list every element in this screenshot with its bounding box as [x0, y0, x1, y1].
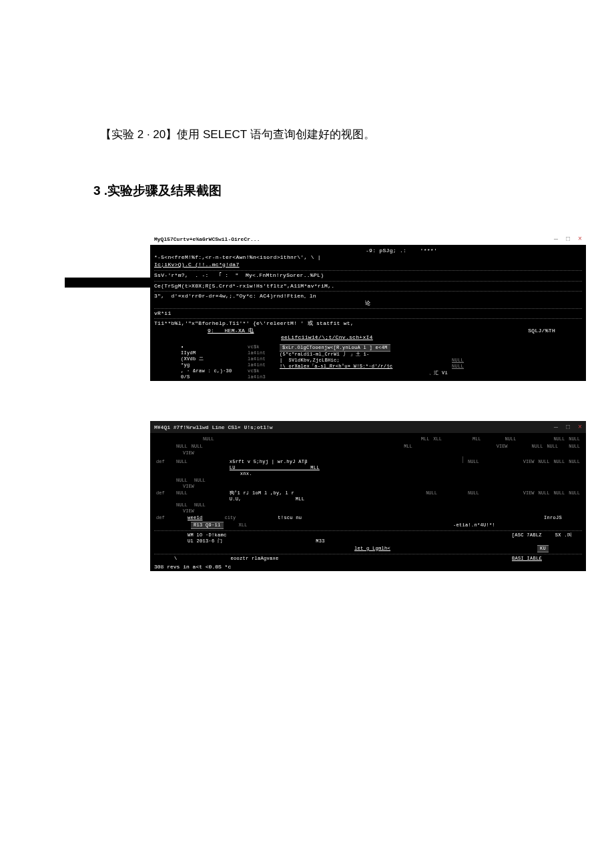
cell: NULL: [466, 490, 481, 497]
row-label: (XVdb 二: [181, 356, 248, 362]
def-label: def: [154, 514, 174, 522]
content-line: eooztr rlaAgvaxe: [231, 556, 279, 562]
term-line: -9: pSJg; .: '***': [154, 248, 582, 254]
cell: VIEW: [181, 450, 196, 456]
cell: XLL: [431, 436, 444, 443]
cell: NULL: [545, 443, 560, 450]
def-label: def: [154, 490, 174, 497]
section-number: 3: [93, 183, 101, 197]
minimize-icon[interactable]: —: [554, 236, 558, 243]
overflow-bar: [65, 278, 150, 288]
term-line: 3", d'«xd'rr0r-dr«4w,;."Oy*c: AC4)rnd!Ft…: [154, 293, 582, 300]
data-row: !\ orXalex「a-sl_Rr<h°u» W!S:*·d'/r/jc: [280, 364, 448, 370]
content-row: let g Lgmlh< KU: [154, 545, 582, 552]
null-label: NULL: [452, 364, 464, 370]
terminal-window-2: M¥4Q1 #7f!%rwllwd Line CSl« U!s;otl!w — …: [150, 421, 586, 571]
data-row: $xLr.OlgCTooenjw<[R.ynLouA l ] e<4M: [280, 344, 390, 352]
cell: VIEW: [181, 483, 196, 490]
cell: NULL: [174, 490, 190, 497]
content-line: WM lO ·D!kamc: [188, 532, 227, 538]
separator: [154, 291, 582, 292]
type-label: vc$k: [248, 344, 274, 350]
term-line: SsV-'r*m?, . -: ｢ : " My<.FnMtn!rySorer.…: [154, 272, 582, 279]
separator: [154, 318, 582, 319]
term-line: Ic;iKv>Q).C (!!..mc*g!da7: [154, 262, 240, 268]
null-label: NULL: [452, 358, 464, 364]
experiment-description: 【实验 2 · 20】使用 SELECT 语句查询创建好的视图。: [93, 127, 521, 142]
content-line: let g Lgmlh<: [354, 546, 390, 552]
type-label: vc$q: [248, 380, 274, 381]
cell: XLL: [237, 522, 250, 529]
content-row: Ul 2013·6 门 M33: [154, 538, 582, 544]
maximize-icon[interactable]: □: [566, 424, 570, 431]
term-line: *-5<n<freM!%f:,<r-n-ter<Awn!%n<isord>1th…: [154, 254, 582, 261]
cell: VIEW: [181, 508, 196, 514]
window-title: M¥4Q1 #7f!%rwllwd Line CSl« U!s;otl!w: [154, 424, 273, 430]
section-heading: 3 .实验步骤及结果截图: [93, 182, 521, 199]
term-line: vR*i1: [154, 310, 582, 317]
cell: MLL: [402, 443, 414, 450]
row-label: 0/S: [181, 374, 248, 380]
cell: NULL: [201, 436, 216, 443]
separator: [154, 530, 582, 531]
type-label: la¢int: [248, 356, 274, 362]
window-controls: — □ ×: [554, 236, 582, 243]
cell: NULL: [567, 443, 582, 450]
content-line: InroJS: [544, 515, 562, 521]
grid-row: NULL NULL MLL VIEW NULL NULL NULL: [154, 443, 582, 450]
type-label: la¢int: [248, 350, 274, 356]
sql-label: SQLJ/%TH: [528, 328, 555, 334]
content-line: wee1d: [188, 515, 203, 521]
window-titlebar: M¥4Q1 #7f!%rwllwd Line CSl« U!s;otl!w — …: [150, 421, 586, 433]
content-row: R13 Q9·11 XLL -etia!.n*4U!*!: [154, 522, 582, 529]
content-line: -etia!.n*4U!*!: [453, 522, 495, 528]
close-icon[interactable]: ×: [578, 424, 582, 431]
term-line: 论: [154, 300, 582, 307]
cell: NULL: [174, 458, 190, 466]
window-title: MyQl57Curtv+e%aGrWCSwil-OireCr...: [154, 236, 260, 242]
grid-row: NULL MLL XLL MLL NULL NULL NULL: [154, 436, 582, 443]
divider: [463, 456, 463, 463]
content-line: \: [174, 556, 178, 562]
window-titlebar: MyQl57Curtv+e%aGrWCSwil-OireCr... — □ ×: [150, 233, 586, 245]
content-line: [ASC 7ABLZ: [512, 532, 542, 538]
close-icon[interactable]: ×: [578, 236, 582, 243]
content-row: def wee1d city t!scu nu InroJS: [154, 514, 582, 522]
cell: NULL: [537, 458, 552, 466]
cell: NULL: [551, 458, 567, 466]
cell: MLL: [471, 436, 483, 443]
content-line: x5rft v 5;hyj | wr.hyJ ATβ: [230, 459, 460, 465]
cell: NULL: [551, 436, 567, 443]
cell: NULL: [567, 436, 582, 443]
cell: NULL: [537, 490, 552, 497]
separator: [154, 554, 582, 554]
status-bar: 308 revs in a<t <0.0S *c: [150, 563, 586, 571]
data-row: 、汇 Vi: [280, 370, 448, 376]
cell: NULL: [530, 443, 545, 450]
row-label: *yg: [181, 362, 248, 368]
cell: VIEW: [495, 443, 510, 450]
cell: NULL: [567, 490, 582, 497]
separator: [154, 270, 582, 271]
row-label: , · &raw : c,)·30: [181, 368, 248, 374]
minimize-icon[interactable]: —: [554, 424, 558, 431]
section-title: .实验步骤及结果截图: [104, 183, 222, 197]
row-label: •: [181, 344, 248, 350]
terminal-body: -9: pSJg; .: '***' *-5<n<freM!%f:,<r-n-t…: [150, 245, 586, 381]
data-row: | SVldKbv,ZjcLBHic;: [280, 358, 448, 364]
content-line: KU: [537, 545, 549, 552]
content-line: R13 Q9·11: [191, 522, 224, 529]
terminal-body: NULL MLL XLL MLL NULL NULL NULL NULL NUL…: [150, 433, 586, 571]
data-row: (5"c"raLd11-ml_CrrW1 丿 』土 1-: [280, 352, 448, 358]
content-line: city: [223, 514, 238, 522]
window-controls: — □ ×: [554, 424, 582, 431]
content-line: Ul 2013·6 门: [188, 538, 222, 544]
term-line: eeLifc11w1¢/\;t/Cnv.sch+xI4: [281, 334, 582, 341]
type-label: la¢in3: [248, 374, 274, 380]
content-row: def NULL x5rft v 5;hyj | wr.hyJ ATβ LU M…: [154, 456, 582, 477]
maximize-icon[interactable]: □: [566, 236, 570, 243]
separator: [154, 281, 582, 282]
grid-row: NULL NULL: [154, 502, 582, 508]
cell: NULL: [551, 490, 567, 497]
grid-row: VIEW: [154, 484, 582, 490]
